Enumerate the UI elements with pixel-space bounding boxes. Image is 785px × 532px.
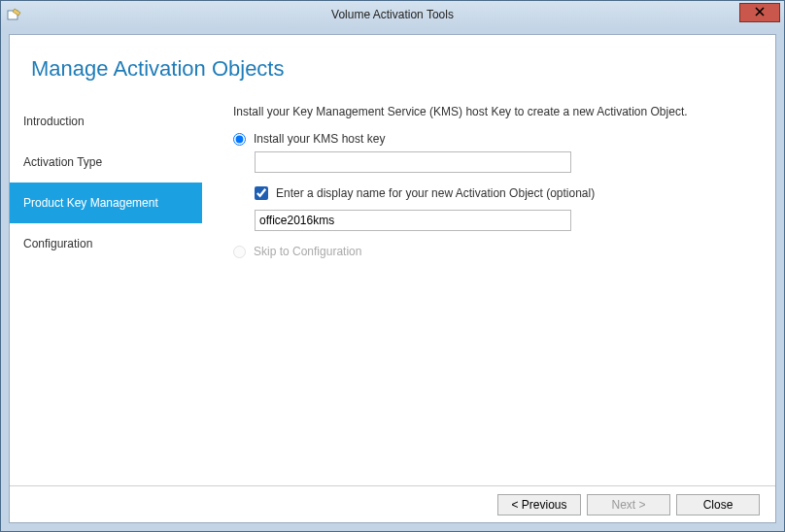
install-kms-label: Install your KMS host key [254, 132, 385, 146]
window-frame: Volume Activation Tools Manage Activatio… [0, 0, 785, 532]
sidebar-item-label: Activation Type [23, 155, 102, 169]
display-name-label: Enter a display name for your new Activa… [276, 186, 595, 200]
wizard-footer: < Previous Next > Close [10, 485, 775, 522]
wizard-content: Install your Key Management Service (KMS… [202, 91, 775, 486]
wizard-sidebar: Introduction Activation Type Product Key… [10, 91, 202, 486]
sidebar-item-label: Product Key Management [23, 196, 158, 210]
kms-host-key-input[interactable] [255, 151, 571, 173]
sidebar-item-activation-type[interactable]: Activation Type [10, 142, 202, 183]
install-kms-radio[interactable] [233, 133, 246, 146]
sidebar-item-introduction[interactable]: Introduction [10, 101, 202, 142]
sidebar-item-product-key-management[interactable]: Product Key Management [10, 183, 202, 223]
display-name-checkbox[interactable] [255, 186, 268, 200]
close-icon [755, 6, 765, 19]
window-title: Volume Activation Tools [1, 8, 784, 21]
skip-to-configuration-radio [233, 246, 246, 258]
sidebar-item-configuration[interactable]: Configuration [10, 223, 202, 264]
sidebar-item-label: Introduction [23, 115, 85, 128]
skip-to-configuration-option: Skip to Configuration [233, 245, 756, 258]
display-name-option[interactable]: Enter a display name for your new Activa… [255, 186, 756, 200]
app-icon [7, 7, 22, 22]
display-name-input[interactable] [255, 210, 571, 231]
title-bar: Volume Activation Tools [1, 1, 784, 28]
wizard-frame: Manage Activation Objects Introduction A… [9, 34, 776, 523]
skip-to-configuration-label: Skip to Configuration [254, 245, 361, 258]
page-title: Manage Activation Objects [10, 35, 775, 91]
close-button[interactable]: Close [676, 494, 760, 515]
window-close-button[interactable] [739, 3, 780, 22]
instruction-text: Install your Key Management Service (KMS… [233, 105, 756, 118]
install-kms-option[interactable]: Install your KMS host key [233, 132, 756, 146]
sidebar-item-label: Configuration [23, 237, 92, 250]
previous-button[interactable]: < Previous [497, 494, 581, 515]
next-button: Next > [587, 494, 670, 515]
